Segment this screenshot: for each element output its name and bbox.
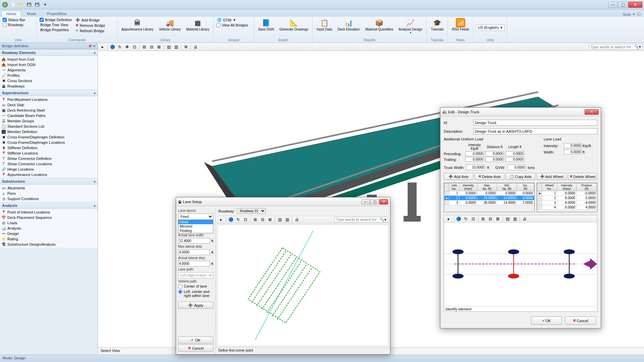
lane-cancel-button[interactable]: ✖Cancel xyxy=(178,345,213,352)
lane-l2-icon[interactable]: ▥ xyxy=(284,217,290,223)
lane-opt-floating[interactable]: Floating xyxy=(178,229,213,233)
lane-select-icon[interactable]: ▸ xyxy=(218,217,224,223)
add-wheel-button[interactable]: ➕Add Wheel xyxy=(537,173,566,180)
tutorials-button[interactable]: 🎓Tutorials xyxy=(429,17,445,32)
tree-item[interactable]: 📍Appurtenance Locations xyxy=(0,172,98,177)
actual-width-input[interactable] xyxy=(178,238,210,244)
qat-open-icon[interactable]: 📁 xyxy=(17,1,25,8)
lane-zoom-icon[interactable]: 🔵 xyxy=(227,217,234,223)
rotate-tool-icon[interactable]: ↻ xyxy=(116,44,123,50)
tree-item[interactable]: 〰Candidate Beam Paths xyxy=(0,113,98,118)
tab-projectwise[interactable]: ProjectWise xyxy=(42,10,72,17)
dtm-dropdown[interactable]: 🌐DTM:▾ xyxy=(216,17,249,22)
vp-center-radio[interactable]: Center of lane xyxy=(178,284,213,289)
tp-print-icon[interactable]: 🖨 xyxy=(521,216,528,222)
truck-cancel-button[interactable]: ✖Cancel xyxy=(565,316,596,325)
lane-v2-icon[interactable]: ⊟ xyxy=(259,217,266,223)
view-all-bridges[interactable]: View All Bridges xyxy=(216,23,249,27)
search-input[interactable] xyxy=(591,45,634,49)
tree-item[interactable]: ⊙Support Conditions xyxy=(0,196,98,201)
tree-item[interactable]: 🏗Substructure Design/Analysis xyxy=(0,242,98,247)
lane-v1-icon[interactable]: ⊞ xyxy=(252,217,259,223)
actual-step-input[interactable] xyxy=(178,261,210,266)
tp-zoom-icon[interactable]: 🔵 xyxy=(455,216,462,222)
input-data-button[interactable]: 📋Input Data xyxy=(315,17,334,32)
lane-l1-icon[interactable]: ▤ xyxy=(276,217,283,223)
view2-icon[interactable]: ⊟ xyxy=(148,44,155,50)
print-icon[interactable]: 🖨 xyxy=(192,44,199,50)
prec-len[interactable] xyxy=(505,151,524,156)
trail-dist[interactable] xyxy=(485,157,504,162)
truck-width-input[interactable] xyxy=(466,165,485,170)
tp-l2-icon[interactable]: ▥ xyxy=(512,216,518,222)
tree-item[interactable]: ⬛Member Definition xyxy=(0,129,98,134)
trail-int[interactable] xyxy=(465,157,484,162)
lane-v3-icon[interactable]: ⊠ xyxy=(267,217,273,223)
axle-table[interactable]: AxleNo.Intensity(Kips)MaxSp. (ft)MinSp. … xyxy=(444,183,535,212)
section-super[interactable]: Superstructure▴ xyxy=(0,89,98,96)
units-select[interactable]: US (English)▾ xyxy=(476,24,505,31)
tree-item[interactable]: ▦Deck Reinforcing Steel xyxy=(0,108,98,113)
vp-left-radio[interactable]: Left, center and right within lane xyxy=(178,290,213,298)
analysis-design-button[interactable]: 📈Analysis Design▾ xyxy=(396,17,424,35)
truck-close-button[interactable]: ✕ xyxy=(585,109,599,115)
lane-search[interactable]: 🔍▾ xyxy=(334,217,388,223)
pan-tool-icon[interactable]: ✥ xyxy=(124,44,130,50)
section-sub[interactable]: Substructure▴ xyxy=(0,178,98,185)
refresh-bridge-button[interactable]: ⟳Refresh Bridge xyxy=(74,28,107,33)
view1-icon[interactable]: ⊞ xyxy=(141,44,148,50)
tree-item[interactable]: ✏Design xyxy=(0,231,98,236)
tree-item[interactable]: ⊥Piers xyxy=(0,191,98,196)
desc-input[interactable] xyxy=(473,128,597,134)
bridge-tree-view[interactable]: Bridge Tree View xyxy=(39,22,73,27)
save-dgn-button[interactable]: 📘Save DGN xyxy=(256,17,276,32)
tree-item[interactable]: ▭Deck Slab xyxy=(0,102,98,108)
tp-v1-icon[interactable]: ⊞ xyxy=(480,216,486,222)
tree-item[interactable]: ⊤Shear Connector Locations xyxy=(0,161,98,167)
section-analysis[interactable]: Analysis▴ xyxy=(0,202,98,209)
tree-item[interactable]: 📋Standard Sections List xyxy=(0,124,98,129)
settings-icon[interactable]: ⚙ xyxy=(182,44,189,50)
pin-icon[interactable]: 📌 ✕ xyxy=(88,44,96,48)
lane-ok-button[interactable]: ✔OK xyxy=(178,337,213,344)
tp-v2-icon[interactable]: ⊟ xyxy=(487,216,494,222)
window-maximize-button[interactable]: ▢ xyxy=(618,2,628,8)
appurtenance-library-button[interactable]: 🏛Appurtenance Library xyxy=(119,17,156,32)
style-menu[interactable]: Style xyxy=(623,12,631,16)
lane-opt-fixed[interactable]: Fixed xyxy=(178,220,213,224)
roadway-select[interactable]: Roadway 01 xyxy=(237,208,266,214)
lane-min-button[interactable]: — xyxy=(361,199,370,204)
tree-item[interactable]: 📊Analysis xyxy=(0,226,98,231)
generate-drawings-button[interactable]: 📐Generate Drawings xyxy=(277,17,310,32)
tree-item[interactable]: 🔗Hinge Locations xyxy=(0,167,98,172)
tree-item[interactable]: 📍Point of Interest Locations xyxy=(0,209,98,215)
prec-dist[interactable] xyxy=(485,151,504,156)
lane-dialog-title[interactable]: 🛣 Lane Setup — ▢ ✕ xyxy=(176,197,390,206)
qat-saveall-icon[interactable]: 💾 xyxy=(34,1,41,8)
viewport-search[interactable]: 🔍▾ xyxy=(589,44,643,50)
tree-item[interactable]: 📈Profiles xyxy=(0,73,98,78)
ll-width-input[interactable] xyxy=(564,149,582,155)
prec-int[interactable] xyxy=(465,151,484,156)
lane-close-button[interactable]: ✕ xyxy=(379,199,388,204)
tree-item[interactable]: ▭Abutments xyxy=(0,185,98,191)
lane-layout-select[interactable]: Fixed xyxy=(178,214,213,220)
lane-opt-mirrored[interactable]: Mirrored xyxy=(178,224,213,229)
zoom-tool-icon[interactable]: 🔵 xyxy=(109,44,116,50)
help-icon[interactable]: ⓘ xyxy=(637,12,641,17)
tree-item[interactable]: 📅Deck Placement Sequence xyxy=(0,215,98,220)
lane-print-icon[interactable]: 🖨 xyxy=(293,217,300,223)
tp-l1-icon[interactable]: ▤ xyxy=(504,216,511,222)
tree-item[interactable]: ⚖Loads xyxy=(0,220,98,226)
qat-dropdown-icon[interactable]: ▾ xyxy=(42,1,49,8)
tree-item[interactable]: ✖Cross-Frame/Diaphragm Locations xyxy=(0,140,98,145)
window-minimize-button[interactable]: — xyxy=(608,2,618,8)
ll-intensity-input[interactable] xyxy=(564,143,582,148)
tree-item[interactable]: ☰Member Groups xyxy=(0,118,98,124)
add-bridge-button[interactable]: ➕Add Bridge xyxy=(74,17,107,22)
lane-max-button[interactable]: ▢ xyxy=(370,199,379,204)
layer1-icon[interactable]: ▤ xyxy=(165,44,172,50)
layer2-icon[interactable]: ▥ xyxy=(173,44,179,50)
vehicle-library-button[interactable]: 🚚Vehicle Library xyxy=(157,17,183,32)
check-roadway[interactable]: Roadway xyxy=(2,22,26,27)
